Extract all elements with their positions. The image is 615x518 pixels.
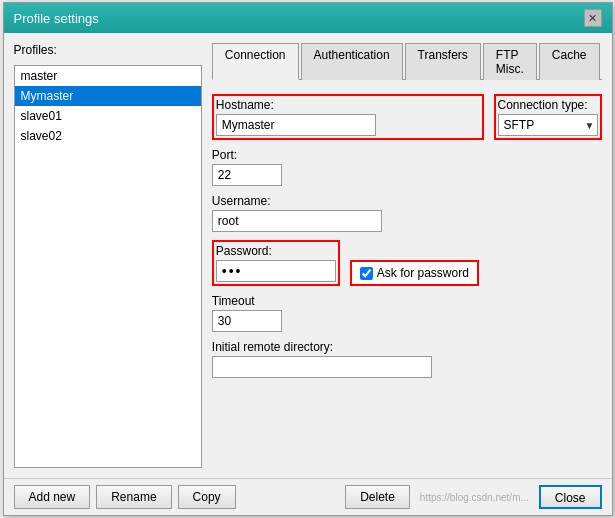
tab-content-connection: Hostname: Connection type: SFTP FTP SSH [212,90,602,468]
password-row: Password: Ask for password [212,240,602,286]
ask-for-password-group: Ask for password [350,260,479,286]
profile-item-mymaster[interactable]: Mymaster [15,86,201,106]
profiles-list[interactable]: master Mymaster slave01 slave02 [14,65,202,468]
username-group: Username: [212,194,602,232]
connection-type-group: Connection type: SFTP FTP SSH ▼ [494,94,602,140]
initial-remote-dir-label: Initial remote directory: [212,340,333,354]
port-group: Port: [212,148,602,186]
bottom-center-right: Delete https://blog.csdn.net/m... Close [345,485,601,509]
connection-type-select[interactable]: SFTP FTP SSH [498,114,598,136]
tab-connection[interactable]: Connection [212,43,299,80]
tabs: Connection Authentication Transfers FTP … [212,43,602,80]
tab-ftp-misc[interactable]: FTP Misc. [483,43,537,80]
password-input[interactable] [216,260,336,282]
watermark: https://blog.csdn.net/m... [420,492,529,503]
username-label: Username: [212,194,271,208]
dialog-body: Profiles: master Mymaster slave01 slave0… [4,33,612,478]
close-icon[interactable]: ✕ [584,9,602,27]
add-new-button[interactable]: Add new [14,485,91,509]
rename-button[interactable]: Rename [96,485,171,509]
profiles-label: Profiles: [14,43,202,57]
close-button[interactable]: Close [539,485,602,509]
hostname-conntype-row: Hostname: Connection type: SFTP FTP SSH [212,94,602,140]
profile-settings-dialog: Profile settings ✕ Profiles: master Myma… [3,2,613,516]
port-label: Port: [212,148,237,162]
copy-button[interactable]: Copy [178,485,236,509]
dialog-title: Profile settings [14,11,99,26]
timeout-input[interactable] [212,310,282,332]
hostname-input[interactable] [216,114,376,136]
tab-authentication[interactable]: Authentication [301,43,403,80]
profile-item-slave01[interactable]: slave01 [15,106,201,126]
hostname-group: Hostname: [212,94,484,140]
initial-remote-dir-input[interactable] [212,356,432,378]
ask-for-password-checkbox[interactable] [360,267,373,280]
hostname-label: Hostname: [216,98,480,112]
tab-cache[interactable]: Cache [539,43,600,80]
title-bar: Profile settings ✕ [4,3,612,33]
username-input[interactable] [212,210,382,232]
bottom-bar: Add new Rename Copy Delete https://blog.… [4,478,612,515]
bottom-left-buttons: Add new Rename Copy [14,485,236,509]
ask-for-password-label: Ask for password [377,266,469,280]
initial-remote-dir-group: Initial remote directory: [212,340,602,378]
timeout-label: Timeout [212,294,255,308]
profile-item-slave02[interactable]: slave02 [15,126,201,146]
right-panel: Connection Authentication Transfers FTP … [212,43,602,468]
delete-button[interactable]: Delete [345,485,410,509]
connection-type-label: Connection type: [498,98,598,112]
connection-type-select-wrapper: SFTP FTP SSH ▼ [498,114,598,136]
profiles-panel: Profiles: master Mymaster slave01 slave0… [14,43,202,468]
password-group: Password: [212,240,340,286]
profile-item-master[interactable]: master [15,66,201,86]
password-label: Password: [216,244,272,258]
timeout-group: Timeout [212,294,602,332]
port-input[interactable] [212,164,282,186]
tab-transfers[interactable]: Transfers [405,43,481,80]
